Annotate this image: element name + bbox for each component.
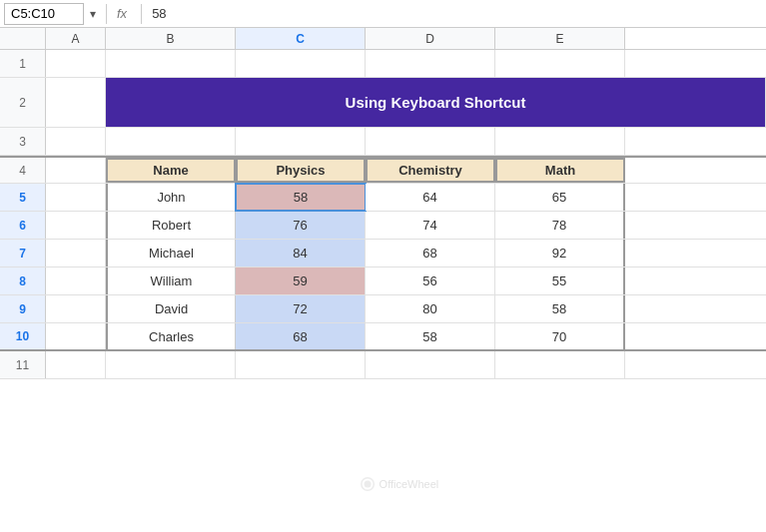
cell-header-name[interactable]: Name [106, 158, 236, 183]
table-row: 1 [0, 50, 766, 78]
cell-3e[interactable] [495, 128, 625, 155]
cell-10e-math[interactable]: 70 [495, 323, 625, 349]
cell-3b[interactable] [106, 128, 236, 155]
table-row: 2 Using Keyboard Shortcut [0, 78, 766, 128]
cell-10c-physics[interactable]: 68 [236, 323, 366, 349]
cell-3c[interactable] [236, 128, 366, 155]
table-row: 5 John 58 64 65 [0, 184, 766, 212]
col-header-a[interactable]: A [46, 28, 106, 49]
row-num-3: 3 [0, 128, 46, 155]
table-row: 10 Charles 68 58 70 [0, 323, 766, 351]
cell-6c-physics[interactable]: 76 [236, 212, 366, 239]
table-row: 4 Name Physics Chemistry Math [0, 156, 766, 184]
table-row: 6 Robert 76 74 78 [0, 212, 766, 240]
col-header-e[interactable]: E [495, 28, 625, 49]
cell-header-math[interactable]: Math [495, 158, 625, 183]
row-num-1: 1 [0, 50, 46, 77]
spreadsheet: A B C D E 1 2 Using Keyboard Short [0, 28, 766, 532]
cell-6a[interactable] [46, 212, 106, 239]
cell-11a[interactable] [46, 351, 106, 378]
cell-3a[interactable] [46, 128, 106, 155]
row-num-header [0, 28, 46, 49]
cell-7c-physics[interactable]: 84 [236, 240, 366, 266]
cell-7e-math[interactable]: 92 [495, 240, 625, 266]
row-num-11: 11 [0, 351, 46, 378]
column-headers: A B C D E [0, 28, 766, 50]
row-num-8: 8 [0, 267, 46, 294]
cell-4a[interactable] [46, 158, 106, 183]
row-num-4: 4 [0, 158, 46, 183]
table-row: 11 [0, 351, 766, 379]
col-header-d[interactable]: D [366, 28, 495, 49]
cell-7b-name[interactable]: Michael [106, 240, 236, 266]
table-row: 7 Michael 84 68 92 [0, 240, 766, 267]
cell-8b-name[interactable]: William [106, 267, 236, 294]
cell-5e-math[interactable]: 65 [495, 184, 625, 211]
cell-10d-chemistry[interactable]: 58 [366, 323, 495, 349]
cell-6d-chemistry[interactable]: 74 [366, 212, 495, 239]
row-num-10: 10 [0, 323, 46, 349]
table-row: 9 David 72 80 58 [0, 295, 766, 323]
cell-6e-math[interactable]: 78 [495, 212, 625, 239]
cell-8c-physics[interactable]: 59 [236, 267, 366, 294]
watermark-text: OfficeWheel [380, 478, 439, 490]
cell-9e-math[interactable]: 58 [495, 295, 625, 322]
row-num-5: 5 [0, 184, 46, 211]
cell-reference-value: C5:C10 [11, 6, 55, 21]
table-row: 8 William 59 56 55 [0, 267, 766, 295]
cell-7a[interactable] [46, 240, 106, 266]
cell-reference-box[interactable]: C5:C10 [4, 3, 84, 25]
row-num-7: 7 [0, 240, 46, 266]
fx-label: fx [117, 6, 127, 21]
cell-5b-name[interactable]: John [106, 184, 236, 211]
cell-header-physics[interactable]: Physics [236, 158, 366, 183]
cell-9a[interactable] [46, 295, 106, 322]
formula-bar-separator [106, 4, 107, 24]
row-num-9: 9 [0, 295, 46, 322]
cell-3d[interactable] [366, 128, 495, 155]
cell-7d-chemistry[interactable]: 68 [366, 240, 495, 266]
formula-bar: C5:C10 ▾ fx 58 [0, 0, 766, 28]
cell-5d-chemistry[interactable]: 64 [366, 184, 495, 211]
cell-11d[interactable] [366, 351, 495, 378]
spreadsheet-title: Using Keyboard Shortcut [106, 78, 766, 127]
cell-1d[interactable] [366, 50, 495, 77]
cell-5a[interactable] [46, 184, 106, 211]
cell-8e-math[interactable]: 55 [495, 267, 625, 294]
rows-container: 1 2 Using Keyboard Shortcut 3 4 Name [0, 50, 766, 532]
cell-8d-chemistry[interactable]: 56 [366, 267, 495, 294]
cell-1b[interactable] [106, 50, 236, 77]
cell-11b[interactable] [106, 351, 236, 378]
cell-8a[interactable] [46, 267, 106, 294]
watermark: OfficeWheel [360, 476, 439, 492]
col-header-c[interactable]: C [236, 28, 366, 49]
table-row: 3 [0, 128, 766, 156]
cell-1a[interactable] [46, 50, 106, 77]
formula-bar-separator2 [141, 4, 142, 24]
col-header-b[interactable]: B [106, 28, 236, 49]
cell-9c-physics[interactable]: 72 [236, 295, 366, 322]
cell-11c[interactable] [236, 351, 366, 378]
row-num-6: 6 [0, 212, 46, 239]
cell-ref-dropdown[interactable]: ▾ [90, 7, 96, 21]
formula-value: 58 [152, 6, 166, 21]
cell-10a[interactable] [46, 323, 106, 349]
cell-1e[interactable] [495, 50, 625, 77]
cell-header-chemistry[interactable]: Chemistry [366, 158, 495, 183]
cell-11e[interactable] [495, 351, 625, 378]
cell-9d-chemistry[interactable]: 80 [366, 295, 495, 322]
cell-5c-physics[interactable]: 58 [236, 184, 366, 211]
row-num-2: 2 [0, 78, 46, 127]
cell-2a[interactable] [46, 78, 106, 127]
cell-10b-name[interactable]: Charles [106, 323, 236, 349]
cell-9b-name[interactable]: David [106, 295, 236, 322]
cell-1c[interactable] [236, 50, 366, 77]
cell-6b-name[interactable]: Robert [106, 212, 236, 239]
